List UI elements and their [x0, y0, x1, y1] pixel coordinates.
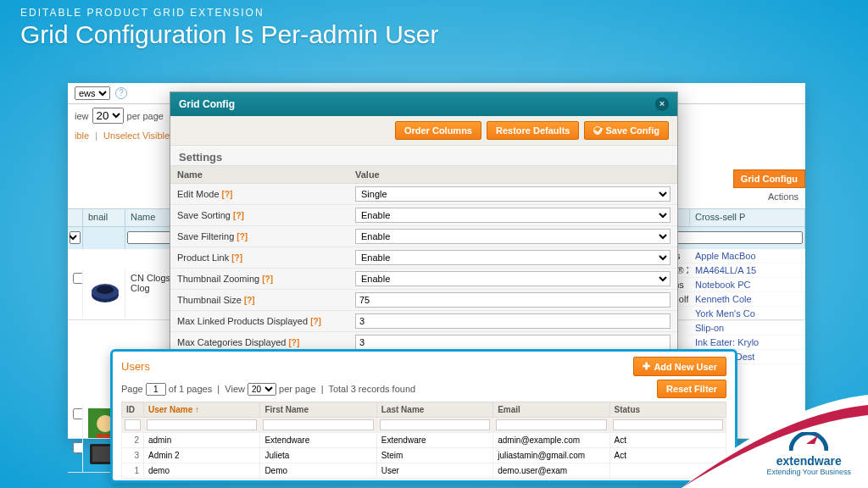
- setting-select[interactable]: Enable: [355, 250, 670, 265]
- setting-select[interactable]: Enable: [355, 271, 670, 286]
- col-crosssell[interactable]: Cross-sell P: [690, 209, 805, 225]
- col-lastname[interactable]: Last Name: [376, 402, 492, 418]
- user-row[interactable]: 1demoDemoUserdemo.user@exam: [122, 463, 726, 479]
- users-panel: Users ✚ Add New User Page of 1 pages | V…: [110, 349, 737, 483]
- filter-username[interactable]: [147, 419, 257, 430]
- setting-select[interactable]: Enable: [355, 208, 670, 223]
- save-config-button[interactable]: Save Config: [584, 121, 669, 140]
- brand-logo: extendware Extending Your Business: [766, 432, 851, 476]
- col-thumbnail[interactable]: bnail: [83, 209, 125, 226]
- users-table: ID User Name ↑ First Name Last Name Emai…: [121, 402, 726, 479]
- col-status[interactable]: Status: [609, 402, 726, 418]
- help-icon[interactable]: [?]: [222, 190, 233, 199]
- store-view-select[interactable]: ews: [75, 86, 110, 100]
- setting-input[interactable]: [355, 292, 670, 308]
- user-row[interactable]: 2adminExtendwareExtendwareadmin@example.…: [122, 433, 726, 448]
- setting-row: Max Linked Products Displayed [?]: [170, 311, 677, 332]
- filter-firstname[interactable]: [263, 419, 373, 430]
- setting-row: Product Link [?]Enable: [170, 247, 677, 269]
- help-icon[interactable]: ?: [115, 87, 127, 99]
- setting-row: Save Sorting [?]Enable: [170, 205, 677, 226]
- setting-input[interactable]: [355, 335, 670, 350]
- order-columns-button[interactable]: Order Columns: [395, 121, 481, 140]
- help-icon[interactable]: [?]: [244, 296, 255, 305]
- row-checkbox[interactable]: [73, 442, 83, 453]
- unselect-visible-link[interactable]: Unselect Visible: [103, 130, 170, 141]
- help-icon[interactable]: [?]: [262, 274, 273, 284]
- actions-label: Actions: [768, 191, 798, 202]
- help-icon[interactable]: [?]: [231, 253, 242, 263]
- perpage-label: per page: [127, 111, 164, 121]
- users-perpage-select[interactable]: 20: [248, 383, 276, 396]
- setting-select[interactable]: Enable: [355, 229, 670, 244]
- restore-defaults-button[interactable]: Restore Defaults: [487, 121, 579, 140]
- filter-id[interactable]: [125, 419, 141, 430]
- select-visible-link[interactable]: ible: [75, 130, 89, 141]
- hero-subtitle: EDITABLE PRODUCT GRID EXTENSION: [20, 7, 439, 19]
- setting-row: Thumbnail Zooming [?]Enable: [170, 269, 677, 290]
- setting-row: Thumbnail Size [?]: [170, 290, 677, 311]
- setting-row: Edit Mode [?]Single: [170, 184, 677, 205]
- col-username[interactable]: User Name ↑: [144, 402, 260, 418]
- grid-config-button[interactable]: Grid Configu: [733, 169, 805, 188]
- setting-select[interactable]: Single: [355, 186, 670, 202]
- thumbnail-icon: [88, 273, 122, 307]
- row-checkbox[interactable]: [73, 408, 83, 419]
- col-name: Name: [170, 166, 348, 184]
- filter-lastname[interactable]: [380, 419, 490, 430]
- col-id[interactable]: ID: [122, 402, 144, 418]
- help-icon[interactable]: [?]: [236, 232, 248, 241]
- settings-heading: Settings: [170, 146, 677, 165]
- perpage-select[interactable]: 20: [92, 108, 124, 124]
- filter-checkbox[interactable]: [70, 231, 81, 244]
- row-checkbox[interactable]: [73, 273, 83, 284]
- svg-point-2: [97, 286, 114, 294]
- view-label: iew: [75, 111, 89, 121]
- col-email[interactable]: Email: [493, 402, 609, 418]
- reset-filter-button[interactable]: Reset Filter: [657, 380, 726, 398]
- filter-email[interactable]: [496, 419, 606, 430]
- setting-input[interactable]: [355, 313, 670, 329]
- help-icon[interactable]: [?]: [288, 338, 299, 347]
- filter-status[interactable]: [613, 419, 723, 430]
- help-icon[interactable]: [?]: [233, 211, 244, 220]
- page-input[interactable]: [146, 383, 166, 396]
- col-value: Value: [348, 166, 677, 184]
- sort-asc-icon: ↑: [195, 405, 199, 414]
- close-icon[interactable]: ×: [655, 97, 669, 111]
- col-firstname[interactable]: First Name: [260, 402, 376, 418]
- hero-title: Grid Configuration Is Per-admin User: [20, 20, 439, 49]
- add-user-button[interactable]: ✚ Add New User: [633, 357, 726, 376]
- users-title: Users: [121, 360, 150, 373]
- user-row[interactable]: 3Admin 2JulietaSteimjuliastamin@gmail.co…: [122, 448, 726, 463]
- settings-table: NameValue Edit Mode [?]SingleSave Sortin…: [170, 165, 677, 374]
- crosssell-list: Apple MacBooMA464LL/A 15Notebook PCKenne…: [690, 249, 805, 364]
- dialog-title: Grid Config: [179, 98, 235, 110]
- setting-row: Save Filtering [?]Enable: [170, 226, 677, 247]
- check-icon: [593, 126, 602, 135]
- help-icon[interactable]: [?]: [310, 317, 321, 326]
